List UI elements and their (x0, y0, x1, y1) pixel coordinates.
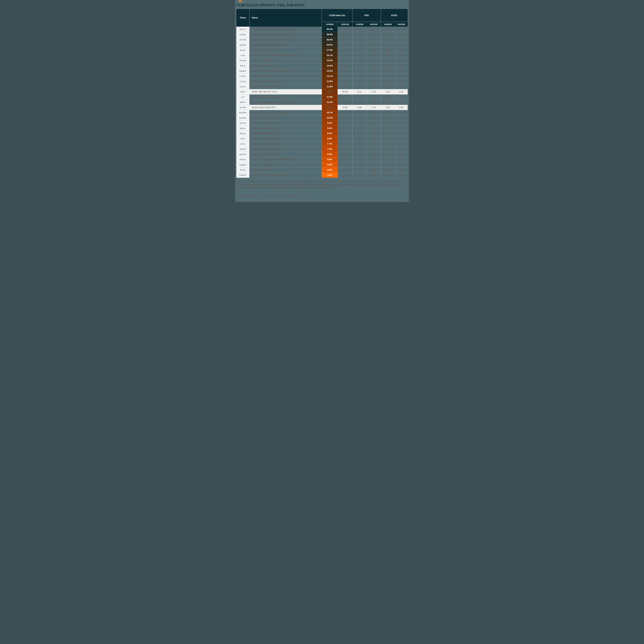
ticker-cell: HEAL (236, 126, 249, 131)
f12m-1130-cell: 11.3% (322, 100, 338, 105)
evsg-1130-cell: 0.61 (381, 162, 395, 167)
psg-1130-cell: 0.19 (352, 152, 367, 157)
table-body: BOTZGlobal X Robotics & Artificial Intel… (236, 27, 408, 178)
table-row: HEALGlobal X HealthTech ETF9.4%11.7%0.24… (236, 126, 408, 131)
evsg-1130-cell: 0.43 (381, 68, 395, 74)
f12m-1031-cell: -1.3% (338, 172, 352, 178)
psg-1130-cell: 0.10 (352, 27, 367, 32)
f12m-1130-cell: 14.0% (322, 63, 338, 68)
ticker-cell: ZAP (236, 136, 249, 141)
date-header-f12m-1130: 11/30/25 (322, 22, 338, 27)
ticker-cell: BUG (236, 48, 249, 53)
name-cell: Global X Cloud Computing ETF (249, 79, 322, 84)
ticker-cell: AGNG (236, 115, 249, 120)
f12m-1130-cell: 11.5% (322, 89, 338, 94)
evsg-1031-cell: -1.06 (395, 172, 408, 178)
evsg-1031-cell: 0.09 (395, 100, 408, 105)
date-header-psg-1031: 10/31/25 (367, 22, 381, 27)
evsg-1130-cell: 0.17 (381, 141, 395, 146)
name-cell: Global X AI Semiconductor & Quantum ETF (249, 32, 322, 37)
name-cell: Global X HealthTech ETF (249, 126, 322, 131)
name-cell: Global X U.S. Electrification ETF (249, 136, 322, 141)
psg-1130-cell: 0.19 (352, 42, 367, 47)
name-cell: Global X Renewable Energy Producers ETF (249, 68, 322, 74)
table-row: BOTZGlobal X Robotics & Artificial Intel… (236, 27, 408, 32)
evsg-1031-cell: -0.88 (395, 167, 408, 172)
evsg-1130-cell: 0.23 (381, 37, 395, 42)
name-cell: Global X Aging Population ETF (249, 115, 322, 120)
column-header-name: Name (249, 9, 322, 27)
evsg-1130-cell: 0.26 (381, 126, 395, 131)
psg-1130-cell: 0.16 (352, 58, 367, 63)
psg-1031-cell: 0.09 (367, 74, 381, 79)
f12m-1031-cell: 8.5% (338, 131, 352, 136)
table-row: CTECGlobal X CleanTech ETF13.1%14.9%0.10… (236, 74, 408, 79)
table-row: PAVEGlobal X U.S. Infrastructure Develop… (236, 157, 408, 162)
evsg-1130-cell: 0.18 (381, 42, 395, 47)
evsg-1031-cell: 0.50 (395, 146, 408, 152)
psg-1031-cell: 0.46 (367, 79, 381, 84)
evsg-1031-cell: 0.26 (395, 37, 408, 42)
evsg-1031-cell: 0.41 (395, 115, 408, 120)
f12m-1031-cell: 18.3% (338, 89, 352, 94)
ticker-cell: SHLD (236, 120, 249, 126)
psg-1130-cell: 0.24 (352, 120, 367, 126)
psg-1031-cell: 0.31 (367, 94, 381, 100)
evsg-1031-cell: 0.12 (395, 74, 408, 79)
table-row: KROPGlobal X AgTech & Food Innovation ET… (236, 172, 408, 178)
f12m-1130-cell: 11.8% (322, 79, 338, 84)
ticker-cell: KROP (236, 172, 249, 178)
evsg-1130-cell: 0.32 (381, 94, 395, 100)
name-cell: Global X Millennial Consumer ETF (249, 131, 322, 136)
table-row: HEROGlobal X Video Games & Esports ETF20… (236, 42, 408, 47)
ticker-cell: ACWI (236, 105, 249, 110)
psg-1130-cell: 0.71 (352, 167, 367, 172)
psg-1031-cell: -0.69 (367, 172, 381, 178)
table-row: DRIVGlobal X Autonomous & Electric Vehic… (236, 100, 408, 105)
f12m-1031-cell: 14.9% (338, 74, 352, 79)
evsg-1031-cell: 0.18 (395, 89, 408, 94)
evsg-1130-cell: 0.77 (381, 167, 395, 172)
table-row: BKCHGlobal X U.S. Blockchain ETF6.5%-34.… (236, 152, 408, 157)
psg-1130-cell: 0.08 (352, 100, 367, 105)
psg-1130-cell: 0.18 (352, 32, 367, 37)
psg-1031-cell: 0.23 (367, 120, 381, 126)
f12m-1031-cell: 14.0% (338, 63, 352, 68)
evsg-1031-cell: 0.65 (395, 105, 408, 110)
evsg-1031-cell: -0.10 (395, 152, 408, 157)
ticker-cell: RNRG (236, 68, 249, 74)
name-cell: Global X Social Media ETF (249, 84, 322, 89)
psg-1031-cell: 0.13 (367, 63, 381, 68)
table-row: SNSRGlobal X Internet of Things ETF7.3%7… (236, 146, 408, 152)
evsg-1130-cell: 0.28 (381, 53, 395, 58)
f12m-1130-cell: 8.8% (322, 136, 338, 141)
ticker-cell: BKCH (236, 152, 249, 157)
psg-1031-cell: 0.15 (367, 89, 381, 94)
table-row: IPAVGlobal X Infrastructure Development … (236, 141, 408, 146)
ticker-cell: AIQ (236, 53, 249, 58)
ticker-cell: EBIZ (236, 63, 249, 68)
f12m-1031-cell: 10.5% (338, 84, 352, 89)
f12m-1130-cell: 10.5% (322, 105, 338, 110)
psg-1031-cell: -0.09 (367, 152, 381, 157)
name-cell: Global X Lithium & Battery Tech ETF (249, 94, 322, 100)
psg-1130-cell: 0.12 (352, 63, 367, 68)
ticker-cell: LIT (236, 94, 249, 100)
ticker-cell: MILN (236, 131, 249, 136)
evsg-1031-cell: 0.22 (395, 32, 408, 37)
f12m-1031-cell: 21.9% (338, 48, 352, 53)
ticker-cell: CTEC (236, 74, 249, 79)
ticker-cell: HYDR (236, 58, 249, 63)
date-header-evsg-1031: 10/31/25 (395, 22, 408, 27)
name-cell: Global X U.S. Infrastructure Development… (249, 157, 322, 162)
f12m-1130-cell: 10.2% (322, 115, 338, 120)
group-header-row: F12M Sales (%) PSG EVSG (322, 9, 408, 22)
evsg-1031-cell: 0.29 (395, 110, 408, 115)
f12m-1031-cell: 10.0% (338, 115, 352, 120)
psg-1130-cell: 0.28 (352, 53, 367, 58)
name-cell: Global X Internet of Things ETF (249, 146, 322, 152)
f12m-1031-cell: 9.1% (338, 58, 352, 63)
table-row: DTCRGlobal X Data Center & Digital Infra… (236, 37, 408, 42)
group-header-f12m-sales: F12M Sales (%) (322, 9, 352, 22)
table-row: EBIZGlobal X E-commerce ETF14.0%14.0%0.1… (236, 63, 408, 68)
